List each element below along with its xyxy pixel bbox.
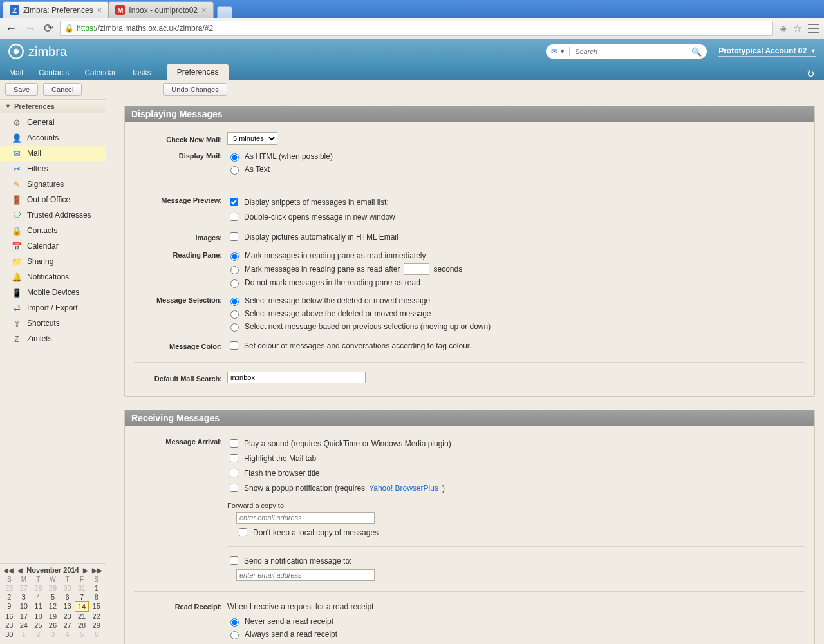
dblclick-checkbox[interactable]: [230, 213, 238, 221]
reading-immediate-radio[interactable]: [230, 252, 239, 261]
sidebar-item-mobile-devices[interactable]: 📱Mobile Devices: [0, 285, 106, 300]
cal-day[interactable]: 21: [75, 612, 89, 621]
tab-contacts[interactable]: Contacts: [39, 66, 69, 80]
cal-day[interactable]: 14: [75, 601, 89, 612]
close-icon[interactable]: ×: [201, 5, 207, 15]
forward-icon[interactable]: →: [24, 22, 36, 35]
cal-day[interactable]: 26: [46, 621, 61, 630]
sidebar-item-filters[interactable]: ✂Filters: [0, 161, 106, 176]
cal-day[interactable]: 7: [75, 592, 89, 601]
bookmark-icon[interactable]: ☆: [793, 23, 801, 34]
sidebar-item-out-of-office[interactable]: 🚪Out of Office: [0, 192, 106, 207]
images-checkbox[interactable]: [230, 232, 238, 241]
default-search-input[interactable]: [227, 372, 366, 383]
extension-icon[interactable]: ◈: [780, 23, 787, 33]
sel-above-radio[interactable]: [230, 310, 239, 319]
snippets-checkbox[interactable]: [230, 198, 238, 206]
sidebar-item-trusted-addresses[interactable]: 🛡Trusted Addresses: [0, 207, 106, 223]
play-sound-checkbox[interactable]: [230, 439, 238, 448]
search-box[interactable]: ✉ ▼ 🔍: [546, 44, 707, 59]
account-menu[interactable]: Prototypical Account 02 ▼: [718, 46, 816, 57]
cal-day[interactable]: 18: [31, 612, 46, 621]
cal-day[interactable]: 19: [46, 612, 61, 621]
display-html-radio[interactable]: [230, 153, 239, 162]
notify-email-input[interactable]: [236, 569, 375, 581]
sidebar-item-import-export[interactable]: ⇄Import / Export: [0, 300, 106, 316]
cal-day[interactable]: 16: [2, 612, 17, 621]
cal-day[interactable]: 27: [60, 621, 75, 630]
browserplus-link[interactable]: Yahoo! BrowserPlus: [369, 484, 438, 493]
cal-day[interactable]: 10: [17, 601, 32, 612]
tab-preferences[interactable]: Preferences: [167, 64, 229, 80]
cal-day[interactable]: 30: [60, 583, 75, 592]
cal-day[interactable]: 9: [2, 601, 17, 612]
forward-email-input[interactable]: [236, 512, 375, 524]
cal-day[interactable]: 11: [31, 601, 46, 612]
cal-day[interactable]: 5: [75, 630, 89, 639]
reading-never-radio[interactable]: [230, 279, 239, 288]
browser-tab-0[interactable]: Z Zimbra: Preferences ×: [3, 1, 109, 18]
menu-icon[interactable]: [808, 24, 819, 33]
zimbra-logo[interactable]: zimbra: [8, 43, 67, 60]
sidebar-item-general[interactable]: ⚙General: [0, 115, 106, 130]
tab-calendar[interactable]: Calendar: [84, 66, 116, 80]
back-icon[interactable]: ←: [5, 22, 17, 35]
tab-tasks[interactable]: Tasks: [131, 66, 151, 80]
cal-prev-month-icon[interactable]: ◀: [17, 567, 23, 574]
receipt-always-radio[interactable]: [230, 631, 239, 639]
cal-day[interactable]: 6: [60, 592, 75, 601]
undo-changes-button[interactable]: Undo Changes: [163, 83, 227, 96]
display-text-radio[interactable]: [230, 166, 239, 175]
cal-day[interactable]: 8: [89, 592, 104, 601]
cal-day[interactable]: 30: [2, 630, 17, 639]
sidebar-item-notifications[interactable]: 🔔Notifications: [0, 269, 106, 285]
sidebar-item-signatures[interactable]: ✎Signatures: [0, 176, 106, 192]
cal-next-month-icon[interactable]: ▶: [83, 567, 88, 574]
reading-after-radio[interactable]: [230, 266, 239, 274]
cal-day[interactable]: 28: [31, 583, 46, 592]
url-bar[interactable]: 🔒 https://zimbra.maths.ox.ac.uk/zimbra/#…: [60, 21, 773, 36]
save-button[interactable]: Save: [5, 83, 38, 96]
search-scope[interactable]: ✉ ▼: [551, 47, 570, 56]
sidebar-header[interactable]: ▼ Preferences: [0, 99, 106, 113]
cal-day[interactable]: 17: [17, 612, 32, 621]
receipt-never-radio[interactable]: [230, 618, 239, 627]
cal-day[interactable]: 1: [17, 630, 32, 639]
cal-day[interactable]: 1: [89, 583, 104, 592]
cal-day[interactable]: 22: [89, 612, 104, 621]
cal-day[interactable]: 5: [46, 592, 61, 601]
cal-next-year-icon[interactable]: ▶▶: [92, 567, 102, 574]
flash-title-checkbox[interactable]: [230, 469, 238, 477]
sidebar-item-accounts[interactable]: 👤Accounts: [0, 130, 106, 146]
cal-day[interactable]: 13: [60, 601, 75, 612]
refresh-icon[interactable]: ↻: [807, 68, 815, 80]
cal-day[interactable]: 29: [89, 621, 104, 630]
close-icon[interactable]: ×: [97, 5, 102, 15]
dont-keep-copy-checkbox[interactable]: [239, 528, 247, 536]
sidebar-item-mail[interactable]: ✉Mail: [0, 146, 106, 161]
reading-seconds-input[interactable]: [404, 263, 429, 275]
cal-day[interactable]: 26: [2, 583, 17, 592]
sidebar-item-shortcuts[interactable]: ⇧Shortcuts: [0, 316, 106, 331]
sidebar-item-sharing[interactable]: 📁Sharing: [0, 254, 106, 269]
cal-day[interactable]: 20: [60, 612, 75, 621]
cal-day[interactable]: 31: [75, 583, 89, 592]
sidebar-item-contacts[interactable]: 🔒Contacts: [0, 223, 106, 238]
cal-day[interactable]: 4: [60, 630, 75, 639]
cal-day[interactable]: 3: [46, 630, 61, 639]
cal-day[interactable]: 3: [17, 592, 32, 601]
cal-day[interactable]: 6: [89, 630, 104, 639]
cal-day[interactable]: 2: [31, 630, 46, 639]
send-notification-checkbox[interactable]: [230, 556, 238, 565]
sel-below-radio[interactable]: [230, 298, 239, 306]
cal-day[interactable]: 2: [2, 592, 17, 601]
cal-day[interactable]: 25: [31, 621, 46, 630]
cal-day[interactable]: 27: [17, 583, 32, 592]
new-tab-button[interactable]: [217, 6, 232, 18]
cal-day[interactable]: 12: [46, 601, 61, 612]
msg-color-checkbox[interactable]: [230, 341, 238, 350]
cal-day[interactable]: 23: [2, 621, 17, 630]
cal-day[interactable]: 28: [75, 621, 89, 630]
cal-day[interactable]: 29: [46, 583, 61, 592]
tab-mail[interactable]: Mail: [9, 66, 23, 80]
